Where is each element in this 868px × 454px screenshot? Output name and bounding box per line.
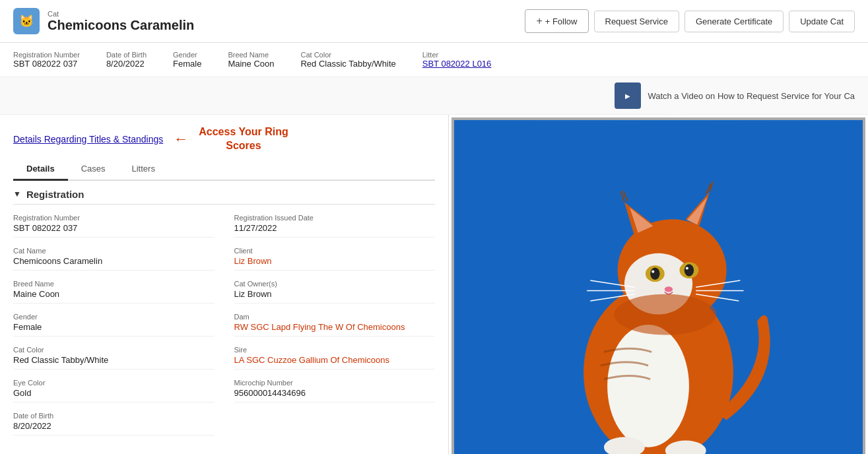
section-title: Registration: [26, 189, 84, 200]
litter-link[interactable]: SBT 082022 L016: [422, 59, 492, 69]
video-text: Watch a Video on How to Request Service …: [648, 91, 855, 101]
tab-litters[interactable]: Litters: [119, 158, 168, 181]
cat-label: Cat: [48, 10, 194, 18]
field-group: Microchip Number956000014434696: [234, 379, 436, 403]
info-field-value: Female: [173, 59, 201, 69]
field-group: Cat Owner(s)Liz Brown: [234, 280, 436, 304]
info-field-label: Date of Birth: [106, 51, 147, 59]
field-value: 8/20/2022: [13, 421, 215, 431]
tabs: DetailsCasesLitters: [13, 158, 435, 181]
info-field-label: Registration Number: [13, 51, 80, 59]
registration-section: ▼ Registration Registration NumberSBT 08…: [13, 189, 435, 445]
field-value: Chemicoons Caramelin: [13, 256, 215, 266]
field-value: Female: [13, 322, 215, 332]
field-value: SBT 082022 037: [13, 223, 215, 233]
header-left: 🐱 Cat Chemicoons Caramelin: [13, 8, 194, 34]
cat-image-area: [454, 120, 863, 454]
left-panel: Details Regarding Titles & Standings ← A…: [0, 115, 449, 454]
svg-point-26: [614, 294, 716, 335]
field-label: Client: [234, 247, 436, 255]
titles-section: Details Regarding Titles & Standings ← A…: [13, 115, 435, 158]
request-service-button[interactable]: Request Service: [594, 11, 679, 32]
header-title-group: Cat Chemicoons Caramelin: [48, 10, 194, 33]
svg-point-17: [651, 271, 654, 273]
field-value[interactable]: RW SGC Lapd Flying The W Of Chemicoons: [234, 322, 436, 332]
field-group: GenderFemale: [13, 313, 215, 337]
field-group: Eye ColorGold: [13, 379, 215, 403]
header-buttons: + + Follow Request Service Generate Cert…: [525, 9, 855, 33]
svg-point-2: [607, 325, 689, 447]
field-value[interactable]: LA SGC Cuzzoe Gallium Of Chemicoons: [234, 355, 436, 365]
tab-details[interactable]: Details: [13, 158, 68, 181]
svg-point-16: [684, 264, 694, 276]
field-group: Breed NameMaine Coon: [13, 280, 215, 304]
info-field-label: Cat Color: [300, 51, 395, 59]
arrow-icon: ←: [174, 131, 188, 148]
field-value: Red Classic Tabby/White: [13, 355, 215, 365]
svg-point-18: [686, 267, 688, 269]
section-header: ▼ Registration: [13, 189, 435, 205]
main-content: Details Regarding Titles & Standings ← A…: [0, 115, 868, 454]
cat-image-panel: [451, 117, 865, 454]
field-label: Registration Number: [13, 214, 215, 222]
generate-certificate-button[interactable]: Generate Certificate: [684, 11, 784, 32]
follow-button[interactable]: + + Follow: [525, 9, 588, 33]
update-cat-button[interactable]: Update Cat: [789, 11, 855, 32]
access-scores-text: Access Your Ring Scores: [199, 125, 288, 153]
video-icon: ▶: [625, 92, 630, 100]
info-field-value: 8/20/2022: [106, 59, 147, 69]
field-value: Liz Brown: [234, 289, 436, 299]
tab-cases[interactable]: Cases: [68, 158, 119, 181]
cat-name: Chemicoons Caramelin: [48, 18, 194, 33]
header: 🐱 Cat Chemicoons Caramelin + + Follow Re…: [0, 0, 868, 43]
follow-label: + Follow: [545, 16, 578, 26]
info-field-label: Breed Name: [228, 51, 274, 59]
info-field-value: Maine Coon: [228, 59, 274, 69]
field-label: Cat Name: [13, 247, 215, 255]
field-label: Microchip Number: [234, 379, 436, 387]
field-group: Cat ColorRed Classic Tabby/White: [13, 346, 215, 370]
cat-icon: 🐱: [13, 8, 40, 34]
info-field: LitterSBT 082022 L016: [422, 51, 492, 69]
field-label: Cat Owner(s): [234, 280, 436, 288]
plus-icon: +: [536, 15, 542, 27]
field-group: DamRW SGC Lapd Flying The W Of Chemicoon…: [234, 313, 436, 337]
video-banner: ▶ Watch a Video on How to Request Servic…: [0, 77, 868, 115]
info-field: GenderFemale: [173, 51, 201, 69]
field-group: Registration Issued Date11/27/2022: [234, 214, 436, 238]
svg-point-19: [665, 286, 673, 292]
field-group: Cat NameChemicoons Caramelin: [13, 247, 215, 271]
field-label: Dam: [234, 313, 436, 321]
info-field-value: Red Classic Tabby/White: [300, 59, 395, 69]
chevron-icon: ▼: [13, 189, 21, 199]
cat-illustration: [454, 120, 863, 454]
field-group: Date of Birth8/20/2022: [13, 412, 215, 436]
field-label: Eye Color: [13, 379, 215, 387]
info-field-label: Gender: [173, 51, 201, 59]
svg-point-15: [650, 267, 659, 280]
info-field: Breed NameMaine Coon: [228, 51, 274, 69]
info-bar: Registration NumberSBT 082022 037Date of…: [0, 43, 868, 77]
fields-grid: Registration NumberSBT 082022 037Registr…: [13, 214, 435, 445]
field-value: Gold: [13, 388, 215, 398]
field-label: Registration Issued Date: [234, 214, 436, 222]
field-group: Registration NumberSBT 082022 037: [13, 214, 215, 238]
field-label: Sire: [234, 346, 436, 354]
field-group: SireLA SGC Cuzzoe Gallium Of Chemicoons: [234, 346, 436, 370]
info-field: Cat ColorRed Classic Tabby/White: [300, 51, 395, 69]
titles-link[interactable]: Details Regarding Titles & Standings: [13, 134, 163, 145]
info-field-value: SBT 082022 037: [13, 59, 80, 69]
field-value: Maine Coon: [13, 289, 215, 299]
info-field-label: Litter: [422, 51, 492, 59]
field-value: 11/27/2022: [234, 223, 436, 233]
info-field: Registration NumberSBT 082022 037: [13, 51, 80, 69]
field-group: ClientLiz Brown: [234, 247, 436, 271]
field-label: Breed Name: [13, 280, 215, 288]
field-label: Cat Color: [13, 346, 215, 354]
field-label: Date of Birth: [13, 412, 215, 420]
field-value[interactable]: Liz Brown: [234, 256, 436, 266]
field-label: Gender: [13, 313, 215, 321]
video-thumbnail: ▶: [615, 82, 641, 109]
info-field: Date of Birth8/20/2022: [106, 51, 147, 69]
field-value: 956000014434696: [234, 388, 436, 398]
